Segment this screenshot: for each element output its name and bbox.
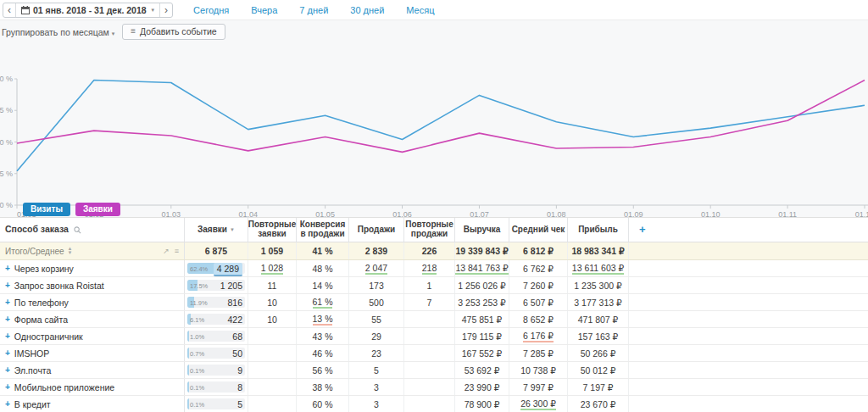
top-bar: ‹ 01 янв. 2018 - 31 дек. 2018 ▾ › Сегодн… (0, 0, 868, 19)
row-name-cell[interactable]: +IMSHOP (0, 345, 185, 361)
table-row[interactable]: +Эл.почта0.1%956 %553 692 ₽10 738 ₽50 01… (0, 362, 868, 379)
expand-row-icon[interactable]: + (5, 298, 10, 307)
column-header-povt-zayavki[interactable]: Повторные заявки (248, 218, 297, 242)
row-name-cell[interactable]: +Эл.почта (0, 362, 185, 378)
row-name-cell[interactable]: +В кредит (0, 396, 185, 412)
value-positive[interactable]: 2 047 (365, 263, 387, 275)
y-tick-label-2: 50 % (0, 138, 13, 147)
expand-row-icon[interactable]: + (5, 332, 10, 341)
expand-row-icon[interactable]: + (5, 400, 10, 409)
date-range-picker: ‹ 01 янв. 2018 - 31 дек. 2018 ▾ › (3, 3, 173, 18)
x-tick-label-11: 01.12 (855, 210, 868, 219)
column-header-pribyl[interactable]: Прибыль (568, 218, 629, 242)
next-period-button[interactable]: › (159, 3, 172, 17)
table-row[interactable]: +Запрос звонка Roistat17.5%1 2051114 %17… (0, 277, 868, 294)
column-header-zayavki[interactable]: Заявки▼ (185, 218, 248, 242)
date-range-button[interactable]: 01 янв. 2018 - 31 дек. 2018 ▾ (15, 3, 159, 17)
bar-fill (187, 381, 189, 393)
cell-sredniy-chek: 7 285 ₽ (509, 345, 568, 361)
expand-row-icon[interactable]: + (5, 349, 10, 358)
row-name-cell[interactable]: +Форма сайта (0, 311, 185, 327)
cell-konversiya: 46 % (297, 345, 349, 361)
quick-range-link-1[interactable]: Вчера (251, 5, 277, 15)
column-header-sposob-zakaza[interactable]: Способ заказа (0, 218, 185, 242)
cell-povt-zayavki: 11 (248, 277, 297, 293)
table-row[interactable]: +Через корзину62.4%4 2891 02848 %2 04721… (0, 260, 868, 277)
highlighted-value[interactable]: 4 289 (214, 263, 242, 276)
quick-range-link-3[interactable]: 30 дней (350, 5, 384, 15)
value-positive[interactable]: 26 300 ₽ (520, 398, 556, 410)
value-positive[interactable]: 1 028 (261, 263, 283, 275)
quick-range-link-0[interactable]: Сегодня (193, 5, 229, 15)
bar-value: 9 (237, 365, 242, 376)
quick-range-link-4[interactable]: Месяц (406, 5, 434, 15)
x-tick-label-4: 01.05 (315, 210, 335, 219)
group-by-dropdown[interactable]: Группировать по месяцам ▾ (2, 27, 114, 37)
totals-cell-empty (629, 242, 868, 259)
add-column-button[interactable]: + (629, 218, 868, 242)
chart-legend: ВизитыЗаявки (23, 203, 120, 216)
cell-povt-zayavki: 1 028 (248, 260, 297, 276)
cell-vyruchka: 179 115 ₽ (455, 328, 509, 344)
export-icon[interactable]: ↗ (163, 247, 170, 255)
column-header-prodazhi[interactable]: Продажи (349, 218, 404, 242)
row-name-cell[interactable]: +Мобильное приложение (0, 379, 185, 395)
expand-row-icon[interactable]: + (5, 264, 10, 273)
value-positive[interactable]: 13 611 603 ₽ (572, 263, 624, 275)
column-header-vyruchka[interactable]: Выручка (455, 218, 509, 242)
row-name-cell[interactable]: +Одностраничник (0, 328, 185, 344)
column-header-label: Повторные продажи (405, 220, 453, 239)
date-range-label: 01 янв. 2018 - 31 дек. 2018 (33, 5, 147, 15)
table-row[interactable]: +Одностраничник1.0%6843 %29179 115 ₽6 17… (0, 328, 868, 345)
value-positive[interactable]: 61 % (313, 297, 333, 309)
cell-sredniy-chek: 6 762 ₽ (509, 260, 568, 276)
cell-pribyl: 471 807 ₽ (568, 311, 629, 327)
column-header-sredniy-chek[interactable]: Средний чек (509, 218, 568, 242)
cell-empty (629, 379, 868, 395)
bar-percent-label: 0.1% (190, 400, 204, 408)
expand-row-icon[interactable]: + (5, 383, 10, 392)
sort-both-icon[interactable]: ▲▼ (68, 247, 73, 256)
row-name-cell[interactable]: +Запрос звонка Roistat (0, 277, 185, 293)
value-negative[interactable]: 6 176 ₽ (523, 331, 554, 342)
column-header-konversiya[interactable]: Конверсия в продажи (297, 218, 349, 242)
add-event-button[interactable]: ≡ Добавить событие (122, 24, 225, 40)
prev-period-button[interactable]: ‹ (3, 3, 15, 17)
value-negative[interactable]: 13 % (313, 314, 333, 326)
totals-cell-zayavki: 6 875 (185, 242, 248, 259)
table-row[interactable]: +В кредит0.1%560 %378 900 ₽26 300 ₽23 67… (0, 396, 868, 412)
expand-row-icon[interactable]: + (5, 281, 10, 290)
menu-icon[interactable]: ≡ (175, 247, 179, 255)
quick-range-link-2[interactable]: 7 дней (299, 5, 328, 15)
row-name-cell[interactable]: +Через корзину (0, 260, 185, 276)
cell-zayavki: 0.1%9 (185, 362, 248, 378)
expand-row-icon[interactable]: + (5, 366, 10, 375)
search-icon[interactable] (74, 226, 81, 234)
table-row[interactable]: +Мобильное приложение0.1%838 %323 990 ₽7… (0, 379, 868, 396)
row-name-cell[interactable]: +По телефону (0, 294, 185, 310)
table-row[interactable]: +Форма сайта6.1%4221013 %55475 851 ₽8 65… (0, 311, 868, 328)
cell-povt-prodazhi (404, 328, 455, 344)
cell-vyruchka: 3 253 253 ₽ (455, 294, 509, 310)
totals-cell-pribyl: 18 983 341 ₽ (568, 242, 629, 259)
cell-prodazhi: 3 (349, 396, 404, 412)
expand-row-icon[interactable]: + (5, 315, 10, 324)
cell-vyruchka: 1 256 026 ₽ (455, 277, 509, 293)
cell-pribyl: 1 235 300 ₽ (568, 277, 629, 293)
column-header-povt-prodazhi[interactable]: Повторные продажи (404, 218, 455, 242)
cell-pribyl: 7 197 ₽ (568, 379, 629, 395)
table-row[interactable]: +По телефону11.9%8161061 %50073 253 253 … (0, 294, 868, 311)
legend-button-1[interactable]: Заявки (75, 203, 120, 216)
cell-konversiya: 61 % (297, 294, 349, 310)
table-row[interactable]: +IMSHOP0.7%5046 %23167 552 ₽7 285 ₽50 26… (0, 345, 868, 362)
chart-toolbar: Группировать по месяцам ▾ ≡ Добавить соб… (2, 24, 225, 40)
cell-empty (629, 362, 868, 378)
legend-button-0[interactable]: Визиты (23, 203, 70, 216)
value-positive[interactable]: 13 841 763 ₽ (455, 263, 508, 275)
totals-label-cell: Итого/Среднее ▲▼ ↗ ≡ (0, 242, 185, 259)
bar-percent-label: 62.4% (190, 264, 208, 272)
value-positive[interactable]: 218 (422, 263, 437, 275)
cell-empty (629, 396, 868, 412)
cell-povt-prodazhi (404, 379, 455, 395)
cell-prodazhi: 23 (349, 345, 404, 361)
